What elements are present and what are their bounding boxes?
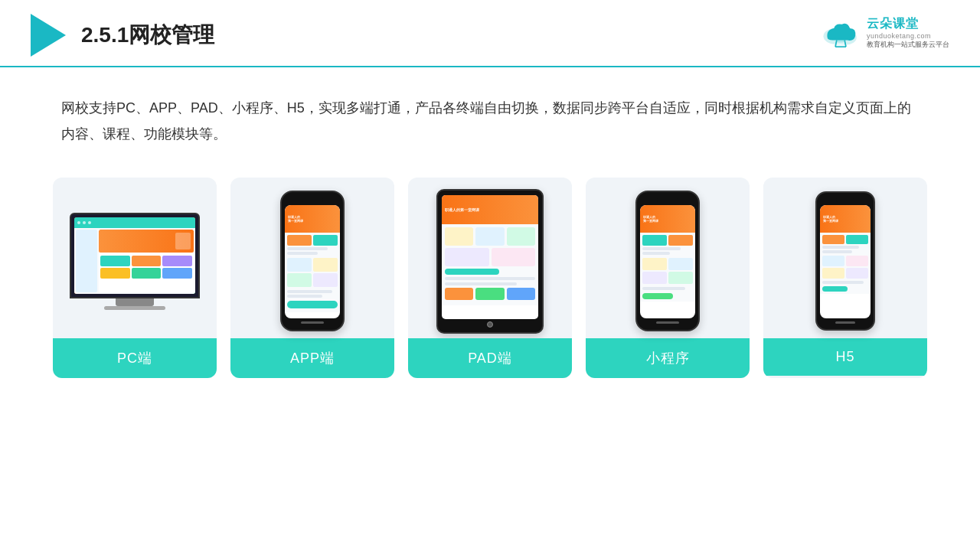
pad-card: 职通人的第一堂网课: [408, 178, 572, 378]
miniprogram-phone-illustration: 职通人的第一堂网课: [635, 191, 700, 331]
brand-text-group: 云朵课堂 yunduoketang.com 教育机构一站式服务云平台: [867, 16, 949, 50]
pad-image-area: 职通人的第一堂网课: [408, 178, 572, 338]
miniprogram-label: 小程序: [586, 338, 750, 378]
description-text: 网校支持PC、APP、PAD、小程序、H5，实现多端打通，产品各终端自由切换，数…: [0, 67, 980, 147]
page-title: 2.5.1网校管理: [81, 21, 214, 50]
app-label: APP端: [230, 338, 394, 378]
pad-label: PAD端: [408, 338, 572, 378]
brand-domain: yunduoketang.com: [867, 32, 931, 40]
pc-card: PC端: [53, 178, 217, 378]
h5-image-area: 职通人的第一堂网课: [763, 178, 927, 338]
pc-device-illustration: [70, 213, 200, 310]
app-image-area: 职通人的第一堂网课: [230, 178, 394, 338]
platform-cards: PC端 职通人的第一堂网课: [0, 147, 980, 378]
miniprogram-card: 职通人的第一堂网课: [586, 178, 750, 378]
brand-logo: 云朵课堂 yunduoketang.com 教育机构一站式服务云平台: [821, 16, 949, 50]
pad-tablet-illustration: 职通人的第一堂网课: [436, 189, 544, 334]
page-header: 2.5.1网校管理 云朵课堂 yunduoketang.com 教育机构一站式服…: [0, 0, 980, 67]
pc-label: PC端: [53, 338, 217, 378]
app-card: 职通人的第一堂网课: [230, 178, 394, 378]
h5-phone-illustration: 职通人的第一堂网课: [815, 191, 875, 331]
brand-name: 云朵课堂: [867, 16, 919, 32]
miniprogram-image-area: 职通人的第一堂网课: [586, 178, 750, 338]
h5-label: H5: [763, 338, 927, 376]
brand-slogan: 教育机构一站式服务云平台: [867, 40, 949, 50]
app-phone-illustration: 职通人的第一堂网课: [280, 191, 345, 331]
cloud-icon: [821, 18, 861, 47]
h5-card: 职通人的第一堂网课: [763, 178, 927, 378]
pc-image-area: [53, 178, 217, 338]
logo-triangle-icon: [31, 14, 66, 57]
